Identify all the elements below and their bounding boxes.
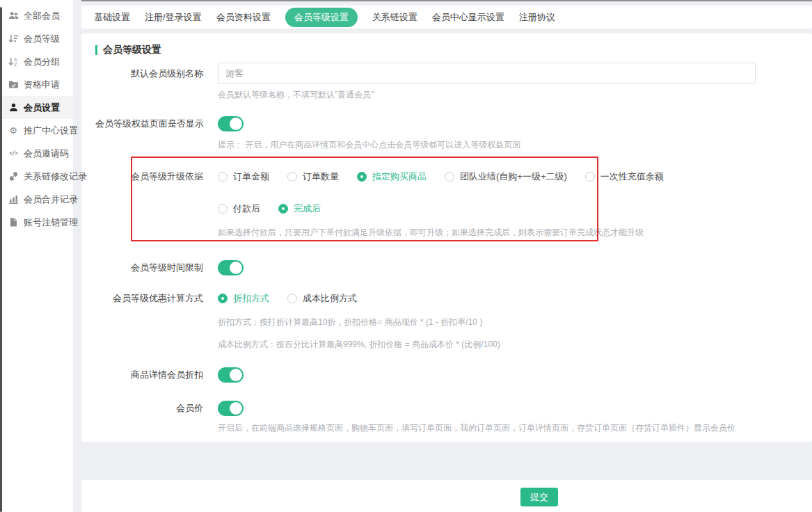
sidebar-item-promotion-center[interactable]: ⚙ 推广中心设置 <box>0 119 73 142</box>
member-price-row: 会员价 <box>95 401 812 416</box>
upgrade-basis-radio-group: 订单金额 订单数量 指定购买商品 团队业绩(自购+一级+二级) <box>218 170 664 183</box>
radio-team-performance[interactable]: 团队业绩(自购+一级+二级) <box>445 170 567 183</box>
sidebar-item-label: 全部会员 <box>24 10 60 22</box>
footer-bar: 提交 <box>81 480 812 512</box>
member-price-helper: 开启后，在前端商品选择规格页面，购物车页面，填写订单页面，我的订单页面，订单详情… <box>218 422 812 434</box>
tab-register-login-settings[interactable]: 注册/登录设置 <box>145 11 202 24</box>
sidebar-item-label: 会员邀请码 <box>24 147 69 160</box>
default-level-name-helper: 会员默认等级名称，不填写默认"普通会员" <box>218 89 812 101</box>
top-divider <box>81 0 812 1</box>
radio-one-time-recharge[interactable]: 一次性充值余额 <box>585 170 664 183</box>
bar-chart-icon <box>8 194 19 205</box>
detail-discount-row: 商品详情会员折扣 <box>95 367 812 383</box>
default-level-name-row: 默认会员级别名称 <box>95 63 812 84</box>
file-icon <box>8 217 19 228</box>
radio-checked-icon <box>218 294 228 303</box>
sidebar-item-member-settings[interactable]: 会员设置 <box>0 96 73 119</box>
code-icon: </> <box>8 148 19 159</box>
upgrade-timing-radio-group: 付款后 完成后 <box>218 202 321 215</box>
detail-discount-label: 商品详情会员折扣 <box>95 369 203 381</box>
sidebar-item-label: 会员设置 <box>24 102 60 114</box>
time-limit-row: 会员等级时间限制 <box>95 260 812 275</box>
tab-relation-chain-settings[interactable]: 关系链设置 <box>372 11 417 24</box>
section-header: 会员等级设置 <box>81 33 812 57</box>
sidebar-item-merge-log[interactable]: 会员合并记录 <box>0 188 73 211</box>
section-accent-bar <box>95 45 97 55</box>
tab-basic-settings[interactable]: 基础设置 <box>94 11 130 24</box>
member-price-toggle[interactable] <box>218 401 244 416</box>
upgrade-basis-row: 会员等级升级依据 订单金额 订单数量 指定购买商品 <box>95 170 812 183</box>
tab-member-center-display[interactable]: 会员中心显示设置 <box>432 11 504 24</box>
radio-checked-icon <box>278 204 288 214</box>
upgrade-timing-row: 付款后 完成后 <box>95 202 812 215</box>
radio-specified-products[interactable]: 指定购买商品 <box>357 170 427 183</box>
upgrade-timing-helper: 如果选择付款后，只要用户下单付款满足升级依据，即可升级；如果选择完成后，则表示需… <box>218 227 812 239</box>
sidebar-item-label: 关系链修改记录 <box>24 170 87 183</box>
rights-page-row: 会员等级权益页面是否显示 <box>95 116 812 131</box>
rights-page-label: 会员等级权益页面是否显示 <box>95 118 203 130</box>
sidebar-item-member-group[interactable]: AZ 会员分组 <box>0 50 73 73</box>
rights-page-helper: 提示： 开启，用户在商品详情页和会员中心点击会员等级都可以进入等级权益页面 <box>218 139 812 151</box>
discount-mode-helper: 折扣方式：按打折计算最高10折，折扣价格= 商品现价 * (1 - 折扣率/10… <box>218 317 812 328</box>
radio-icon <box>445 172 454 182</box>
page-title: 会员等级设置 <box>103 44 161 56</box>
upgrade-basis-label: 会员等级升级依据 <box>95 170 203 183</box>
settings-tabbar: 基础设置 注册/登录设置 会员资料设置 会员等级设置 关系链设置 会员中心显示设… <box>81 6 812 29</box>
folder-check-icon <box>8 79 19 90</box>
sidebar-item-label: 账号注销管理 <box>24 216 78 229</box>
radio-icon <box>218 172 228 182</box>
discount-mode-label: 会员等级优惠计算方式 <box>95 292 203 305</box>
tab-member-profile-settings[interactable]: 会员资料设置 <box>216 11 271 24</box>
cost-ratio-helper: 成本比例方式：按百分比计算最高999%, 折扣价格 = 商品成本价 * (比例/… <box>218 339 812 351</box>
radio-icon <box>585 172 595 182</box>
detail-discount-toggle[interactable] <box>218 367 244 383</box>
radio-order-count[interactable]: 订单数量 <box>287 170 339 183</box>
sidebar-item-label: 推广中心设置 <box>24 125 78 137</box>
radio-icon <box>287 172 297 182</box>
rights-page-toggle[interactable] <box>218 116 244 131</box>
tab-member-level-settings[interactable]: 会员等级设置 <box>285 8 358 27</box>
radio-order-amount[interactable]: 订单金额 <box>218 170 269 183</box>
sidebar-item-relation-log[interactable]: 关系链修改记录 <box>0 165 73 188</box>
radio-cost-ratio-mode[interactable]: 成本比例方式 <box>287 292 357 305</box>
page: 全部会员 会员等级 AZ 会员分组 资格申请 会员设置 ⚙ 推广中心设置 </>… <box>0 0 812 512</box>
radio-icon <box>287 294 297 303</box>
users-icon <box>8 10 19 22</box>
radio-checked-icon <box>357 172 367 182</box>
sort-alpha-icon: AZ <box>8 56 19 67</box>
member-price-label: 会员价 <box>95 402 203 415</box>
discount-mode-row: 会员等级优惠计算方式 折扣方式 成本比例方式 <box>95 292 812 305</box>
sidebar-item-qualification[interactable]: 资格申请 <box>0 73 73 96</box>
settings-form: 默认会员级别名称 会员默认等级名称，不填写默认"普通会员" 会员等级权益页面是否… <box>81 63 812 434</box>
tab-register-agreement[interactable]: 注册协议 <box>519 11 555 24</box>
time-limit-toggle[interactable] <box>218 260 244 275</box>
member-level-settings-panel: 会员等级设置 默认会员级别名称 会员默认等级名称，不填写默认"普通会员" 会员等… <box>81 33 812 442</box>
sidebar: 全部会员 会员等级 AZ 会员分组 资格申请 会员设置 ⚙ 推广中心设置 </>… <box>0 0 73 512</box>
submit-button[interactable]: 提交 <box>520 488 558 506</box>
link-icon <box>8 171 19 182</box>
sidebar-item-all-members[interactable]: 全部会员 <box>0 4 73 27</box>
time-limit-label: 会员等级时间限制 <box>95 262 203 274</box>
sidebar-item-member-level[interactable]: 会员等级 <box>0 27 73 50</box>
sidebar-item-label: 会员合并记录 <box>24 193 78 206</box>
discount-mode-radio-group: 折扣方式 成本比例方式 <box>218 292 357 305</box>
gear-icon: ⚙ <box>8 125 19 136</box>
sidebar-item-label: 会员等级 <box>24 33 60 45</box>
radio-after-payment[interactable]: 付款后 <box>218 202 260 215</box>
radio-discount-mode[interactable]: 折扣方式 <box>218 292 269 305</box>
default-level-name-label: 默认会员级别名称 <box>95 67 203 80</box>
sidebar-item-invite-code[interactable]: </> 会员邀请码 <box>0 142 73 165</box>
sidebar-item-label: 资格申请 <box>24 79 60 91</box>
svg-text:Z: Z <box>13 62 17 67</box>
sidebar-item-account-cancel[interactable]: 账号注销管理 <box>0 211 73 234</box>
sidebar-item-label: 会员分组 <box>24 56 60 68</box>
radio-icon <box>218 204 228 214</box>
vertical-scrollbar[interactable] <box>0 7 2 512</box>
user-icon <box>8 102 19 113</box>
default-level-name-input[interactable] <box>218 63 756 84</box>
sort-descending-icon <box>8 33 19 45</box>
radio-after-completion[interactable]: 完成后 <box>278 202 321 215</box>
